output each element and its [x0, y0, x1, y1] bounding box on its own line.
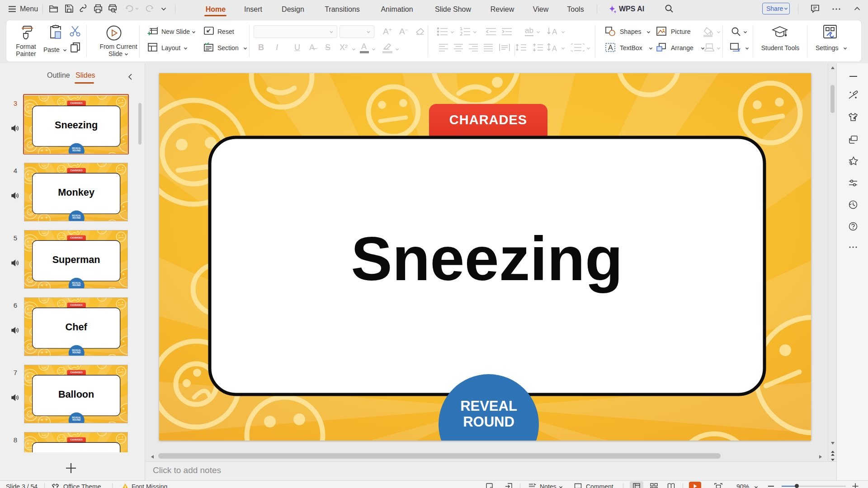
svg-text:A: A: [552, 28, 557, 36]
svg-text:Sneezing: Sneezing: [55, 119, 98, 131]
svg-text:Chef: Chef: [66, 321, 88, 333]
svg-text:Superman: Superman: [52, 254, 100, 265]
svg-text:A: A: [552, 45, 557, 52]
svg-text:Balloon: Balloon: [58, 389, 94, 400]
svg-text:A: A: [608, 44, 613, 52]
svg-text:Monkey: Monkey: [58, 187, 94, 198]
svg-text:Sneezing: Sneezing: [351, 224, 623, 293]
